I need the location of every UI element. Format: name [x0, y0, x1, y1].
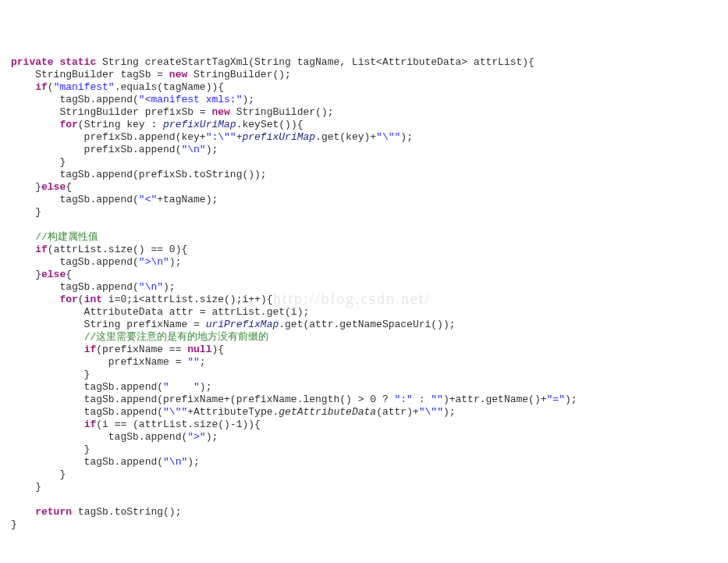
- string: ">": [187, 431, 205, 443]
- field-ref: uriPrefixMap: [206, 319, 279, 330]
- line: }: [11, 481, 41, 493]
- code-text: }: [11, 206, 41, 218]
- string: ":\"": [206, 131, 236, 143]
- code-text: tagSb.append(: [11, 256, 139, 268]
- code-text: tagSb.append(: [11, 381, 163, 393]
- code-text: tagSb.append(: [11, 431, 187, 443]
- code-text: ;: [200, 356, 206, 368]
- line: tagSb.append(">\n");: [11, 256, 181, 268]
- code-block: private static String createStartTagXml(…: [11, 56, 717, 531]
- code-text: );: [443, 406, 456, 418]
- keyword: if: [84, 419, 97, 430]
- code-text: );: [200, 381, 212, 393]
- string: "\"": [376, 131, 400, 143]
- code-text: prefixName =: [11, 356, 187, 368]
- code-text: );: [242, 94, 254, 105]
- line: for(int i=0;i<attrList.size();i++){: [11, 294, 272, 305]
- line: }: [11, 156, 66, 168]
- code-text: tagSb.append(prefixSb.toString());: [11, 169, 267, 180]
- line: tagSb.append("\""+AttributeType.getAttri…: [11, 406, 456, 418]
- string: "<": [139, 194, 157, 205]
- code-text: (attrList.size() == 0){: [48, 244, 187, 255]
- line: }: [11, 518, 17, 530]
- code-text: tagSb.toString();: [72, 506, 181, 518]
- keyword: else: [41, 181, 66, 193]
- line: if(attrList.size() == 0){: [11, 244, 187, 255]
- code-text: .get(attr.getNameSpaceUri());: [279, 319, 455, 330]
- line: tagSb.append(">");: [11, 431, 218, 443]
- code-text: );: [400, 131, 413, 143]
- code-text: }: [11, 469, 66, 480]
- code-text: (: [78, 294, 84, 305]
- keyword: if: [35, 81, 48, 93]
- field-ref: prefixUriMap: [242, 131, 315, 143]
- code-text: [11, 419, 84, 430]
- code-text: tagSb.append(: [11, 194, 139, 205]
- code-text: }: [11, 181, 41, 193]
- code-text: [11, 119, 59, 130]
- code-text: +tagName);: [157, 194, 218, 205]
- line: tagSb.append("\n");: [11, 281, 176, 293]
- code-text: (i == (attrList.size()-1)){: [96, 419, 261, 430]
- line: tagSb.append("<"+tagName);: [11, 194, 218, 205]
- keyword: private static: [11, 56, 96, 68]
- line: AttributeData attr = attrList.get(i);: [11, 306, 309, 318]
- line: }: [11, 369, 90, 380]
- code-text: prefixSb.append(: [11, 144, 181, 155]
- keyword: if: [84, 344, 97, 355]
- code-text: .keySet()){: [236, 119, 304, 130]
- line: if(i == (attrList.size()-1)){: [11, 419, 261, 430]
- keyword: new: [211, 106, 229, 118]
- line: }else{: [11, 269, 72, 280]
- code-text: StringBuilder();: [230, 106, 334, 118]
- line: StringBuilder prefixSb = new StringBuild…: [11, 106, 333, 118]
- string: "\n": [181, 144, 205, 155]
- code-text: StringBuilder();: [187, 69, 291, 80]
- string: " ": [163, 381, 200, 393]
- code-text: .get(key)+: [315, 131, 376, 143]
- keyword: for: [59, 294, 77, 305]
- line: tagSb.append("<manifest xmls:");: [11, 94, 254, 105]
- code-text: }: [11, 481, 41, 493]
- keyword: if: [35, 244, 48, 255]
- code-text: }: [11, 269, 41, 280]
- string: "<manifest xmls:": [139, 94, 243, 105]
- code-text: [11, 331, 84, 343]
- line: return tagSb.toString();: [11, 506, 181, 518]
- code-text: (attr)+: [376, 406, 419, 418]
- code-text: }: [11, 156, 66, 168]
- code-text: );: [187, 456, 200, 468]
- line: }: [11, 444, 90, 455]
- string: "\n": [163, 456, 187, 468]
- code-text: prefixSb.append(key+: [11, 131, 206, 143]
- code-text: String createStartTagXml(String tagName,…: [96, 56, 534, 68]
- string: "": [431, 394, 443, 405]
- line: tagSb.append("\n");: [11, 456, 200, 468]
- code-text: tagSb.append(: [11, 94, 139, 105]
- line: [11, 494, 35, 505]
- comment: //构建属性值: [35, 231, 98, 243]
- line: private static String createStartTagXml(…: [11, 56, 534, 68]
- code-text: tagSb.append(: [11, 456, 163, 468]
- code-text: [11, 81, 35, 93]
- string: "": [187, 356, 200, 368]
- code-text: [11, 344, 84, 355]
- code-text: );: [206, 144, 218, 155]
- keyword: new: [169, 69, 187, 80]
- code-text: (String key :: [78, 119, 163, 130]
- code-text: i=0;i<attrList.size();i++){: [102, 294, 272, 305]
- field-ref: prefixUriMap: [163, 119, 236, 130]
- code-text: tagSb.append(prefixName+(prefixName.leng…: [11, 394, 394, 405]
- string: ">\n": [139, 256, 169, 268]
- keyword: null: [187, 344, 211, 355]
- code-text: [11, 506, 35, 518]
- code-text: tagSb.append(: [11, 281, 139, 293]
- line: if("manifest".equals(tagName)){: [11, 81, 224, 93]
- code-text: .equals(tagName)){: [115, 81, 224, 93]
- line: tagSb.append(" ");: [11, 381, 211, 393]
- code-text: [11, 294, 59, 305]
- code-text: (prefixName ==: [96, 344, 187, 355]
- code-text: {: [66, 181, 72, 193]
- code-text: StringBuilder prefixSb =: [11, 106, 211, 118]
- code-text: (: [48, 81, 54, 93]
